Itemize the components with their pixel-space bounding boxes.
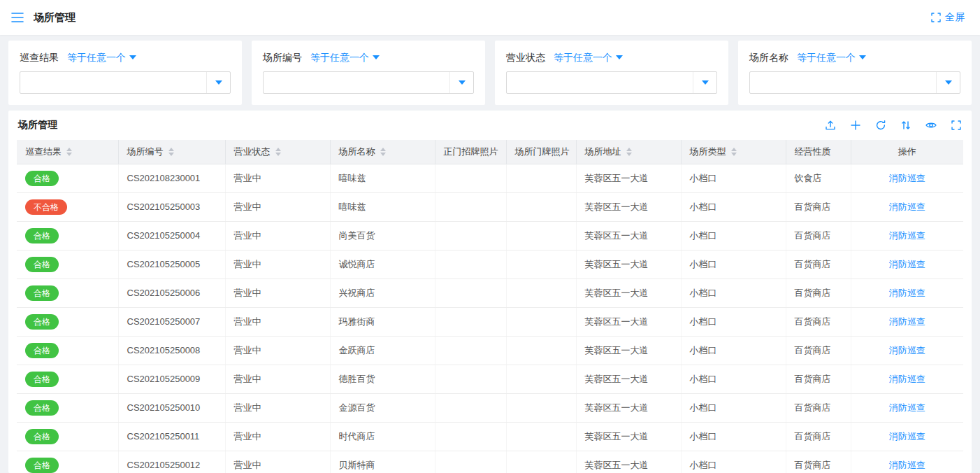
- menu-toggle-icon[interactable]: [11, 13, 24, 22]
- venue-address-cell: 芙蓉区五一大道: [576, 393, 681, 422]
- fire-inspection-link[interactable]: 消防巡查: [889, 374, 925, 384]
- column-header[interactable]: 场所名称: [330, 140, 435, 164]
- column-header[interactable]: 场所地址: [576, 140, 681, 164]
- fire-inspection-link[interactable]: 消防巡查: [889, 288, 925, 298]
- select-dropdown-button[interactable]: [449, 72, 473, 93]
- column-header: 场所门牌照片: [506, 140, 576, 164]
- inspection-result-cell: 合格: [17, 250, 118, 278]
- fullscreen-button[interactable]: 全屏: [931, 11, 965, 24]
- fire-inspection-link[interactable]: 消防巡查: [889, 345, 925, 355]
- fullscreen-icon[interactable]: [951, 120, 962, 131]
- column-header[interactable]: 巡查结果: [17, 140, 118, 164]
- table-toolbar: [825, 120, 962, 131]
- front-sign-photo-cell: [435, 336, 506, 365]
- sort-icon[interactable]: [900, 120, 911, 131]
- filter-select-input[interactable]: [750, 72, 936, 93]
- venue-name-cell: 时代商店: [330, 422, 435, 451]
- status-badge: 合格: [25, 343, 59, 358]
- filter-select-input[interactable]: [20, 72, 206, 93]
- table-row: 不合格CS202105250003营业中嘻味兹芙蓉区五一大道小档口百货商店消防巡…: [17, 192, 963, 221]
- add-icon[interactable]: [850, 120, 861, 131]
- business-nature-cell: 饮食店: [786, 164, 851, 192]
- sort-carets-icon[interactable]: [66, 148, 72, 156]
- action-cell: 消防巡查: [851, 221, 963, 250]
- inspection-result-cell: 合格: [17, 365, 118, 393]
- sort-carets-icon[interactable]: [626, 148, 632, 156]
- page-title: 场所管理: [34, 11, 75, 24]
- fire-inspection-link[interactable]: 消防巡查: [889, 173, 925, 183]
- action-cell: 消防巡查: [851, 365, 963, 393]
- filter-select-input[interactable]: [507, 72, 693, 93]
- status-badge: 合格: [25, 171, 59, 186]
- venue-type-cell: 小档口: [681, 164, 786, 192]
- select-dropdown-button[interactable]: [693, 72, 716, 93]
- fire-inspection-link[interactable]: 消防巡查: [889, 259, 925, 269]
- fire-inspection-link[interactable]: 消防巡查: [889, 431, 925, 442]
- table-header-row: 巡查结果场所编号营业状态场所名称正门招牌照片场所门牌照片场所地址场所类型经营性质…: [17, 140, 963, 164]
- sort-carets-icon[interactable]: [168, 148, 174, 156]
- filter-operator-dropdown[interactable]: 等于任意一个: [67, 50, 136, 64]
- business-status-cell: 营业中: [225, 250, 330, 278]
- filter-operator-dropdown[interactable]: 等于任意一个: [797, 50, 866, 64]
- fire-inspection-link[interactable]: 消防巡查: [889, 202, 925, 212]
- filter-card: 场所编号 等于任意一个: [252, 41, 485, 105]
- business-status-cell: 营业中: [225, 164, 330, 192]
- select-dropdown-button[interactable]: [206, 72, 230, 93]
- column-header[interactable]: 场所类型: [681, 140, 786, 164]
- venue-address-cell: 芙蓉区五一大道: [576, 307, 681, 336]
- door-plate-photo-cell: [506, 164, 576, 192]
- refresh-icon[interactable]: [875, 120, 886, 131]
- column-header-label: 正门招牌照片: [444, 146, 498, 158]
- filter-operator-dropdown[interactable]: 等于任意一个: [310, 50, 380, 64]
- business-status-cell: 营业中: [225, 307, 330, 336]
- table-row: 合格CS202105250007营业中玛雅街商芙蓉区五一大道小档口百货商店消防巡…: [17, 307, 963, 336]
- export-icon[interactable]: [825, 120, 836, 131]
- venue-address-cell: 芙蓉区五一大道: [576, 365, 681, 393]
- venue-address-cell: 芙蓉区五一大道: [576, 221, 681, 250]
- column-header-label: 营业状态: [234, 146, 271, 158]
- venue-type-cell: 小档口: [681, 451, 786, 473]
- filter-select-input[interactable]: [264, 72, 449, 93]
- table-row: 合格CS202108230001营业中嘻味兹芙蓉区五一大道小档口饮食店消防巡查: [17, 164, 963, 192]
- filter-select: [749, 71, 960, 94]
- venue-type-cell: 小档口: [681, 278, 786, 307]
- chevron-down-icon: [859, 55, 866, 59]
- table-row: 合格CS202105250004营业中尚美百货芙蓉区五一大道小档口百货商店消防巡…: [17, 221, 963, 250]
- business-nature-cell: 百货商店: [786, 393, 851, 422]
- business-nature-cell: 百货商店: [786, 365, 851, 393]
- sort-carets-icon[interactable]: [380, 148, 386, 156]
- status-badge: 合格: [25, 372, 59, 387]
- select-dropdown-button[interactable]: [936, 72, 960, 93]
- front-sign-photo-cell: [435, 365, 506, 393]
- column-header: 正门招牌照片: [435, 140, 506, 164]
- venue-code-cell: CS202108230001: [118, 164, 225, 192]
- filter-operator-label: 等于任意一个: [554, 50, 612, 64]
- fire-inspection-link[interactable]: 消防巡查: [889, 460, 925, 470]
- status-badge: 合格: [25, 429, 59, 444]
- door-plate-photo-cell: [506, 422, 576, 451]
- front-sign-photo-cell: [435, 164, 506, 192]
- column-header-label: 场所地址: [585, 146, 621, 158]
- filter-card: 场所名称 等于任意一个: [738, 41, 972, 105]
- filter-operator-dropdown[interactable]: 等于任意一个: [554, 50, 623, 64]
- table-row: 合格CS202105250009营业中德胜百货芙蓉区五一大道小档口百货商店消防巡…: [17, 365, 963, 393]
- action-cell: 消防巡查: [851, 250, 963, 278]
- fire-inspection-link[interactable]: 消防巡查: [889, 316, 925, 327]
- venue-type-cell: 小档口: [681, 365, 786, 393]
- fire-inspection-link[interactable]: 消防巡查: [889, 402, 925, 413]
- action-cell: 消防巡查: [851, 192, 963, 221]
- visibility-icon[interactable]: [925, 120, 937, 131]
- door-plate-photo-cell: [506, 451, 576, 473]
- table-row: 合格CS202105250005营业中诚悦商店芙蓉区五一大道小档口百货商店消防巡…: [17, 250, 963, 278]
- column-header[interactable]: 营业状态: [225, 140, 330, 164]
- chevron-down-icon: [215, 80, 222, 85]
- business-status-cell: 营业中: [225, 422, 330, 451]
- filter-label: 巡查结果: [20, 50, 59, 64]
- column-header[interactable]: 场所编号: [118, 140, 225, 164]
- fire-inspection-link[interactable]: 消防巡查: [889, 230, 925, 241]
- door-plate-photo-cell: [506, 365, 576, 393]
- sort-carets-icon[interactable]: [275, 148, 281, 156]
- sort-carets-icon[interactable]: [731, 148, 737, 156]
- business-status-cell: 营业中: [225, 192, 330, 221]
- business-status-cell: 营业中: [225, 393, 330, 422]
